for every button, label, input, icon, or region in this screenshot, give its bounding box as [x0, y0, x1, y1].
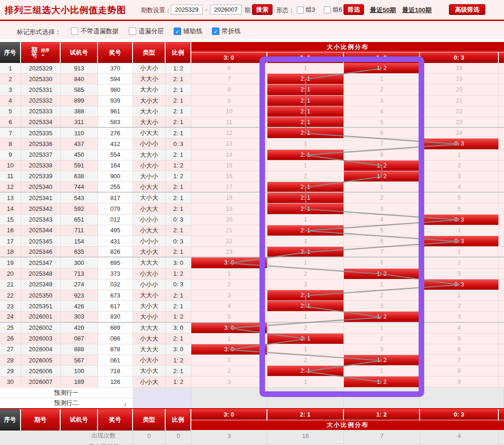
cell-ratio: 1: 2 [166, 355, 191, 365]
cell-prize-number: 086 [98, 334, 133, 344]
cell-ratio: 3: 0 [166, 323, 191, 333]
cell-type: 小大大 [133, 203, 166, 214]
dist-hit-cell: 2: 1 [267, 150, 344, 160]
cell-period: 2026004 [21, 344, 61, 355]
dist-miss-count: 1 [191, 334, 267, 344]
checked-checkbox[interactable]: ✓ [174, 28, 181, 35]
clipped-column [499, 409, 504, 420]
sort-asc-icon[interactable]: ▲ [41, 53, 45, 57]
clipped-column [499, 128, 504, 138]
cell-seq: 28 [0, 355, 21, 365]
cell-prize-number: 554 [98, 150, 133, 160]
advanced-filter-button[interactable]: 高级筛选 [449, 4, 485, 15]
cell-type: 大大小 [133, 84, 166, 95]
prediction-row-1-input-cell[interactable] [133, 388, 191, 398]
dist-miss-count: 1 [267, 376, 344, 387]
prediction-row-2-text: 预测行二 [54, 399, 78, 407]
cell-seq: 5 [0, 106, 21, 117]
cell-test-number: 420 [61, 323, 98, 333]
dist-miss-count: 2 [267, 323, 344, 333]
cell-period: 2025339 [21, 171, 61, 181]
cell-seq: 21 [0, 279, 21, 290]
mark-option-label: 遗漏分层 [139, 27, 164, 35]
unchecked-checkbox[interactable] [129, 28, 136, 35]
clipped-column [499, 106, 504, 117]
dist-hit-cell: 0: 3 [420, 139, 499, 149]
prediction-row-2-input-cell[interactable] [133, 398, 191, 408]
dist-miss-count: 11 [191, 117, 267, 127]
search-button[interactable]: 搜索 [252, 4, 273, 15]
cell-seq: 9 [0, 150, 21, 160]
cell-prize-number: 431 [98, 236, 133, 246]
page-title: 排列三组选大小比例值走势图 [5, 4, 126, 16]
unchecked-checkbox[interactable] [71, 28, 78, 35]
dist-miss-count: 1 [267, 139, 344, 149]
header-period-sortable[interactable]: 期号 排序 ▲▼ [21, 42, 61, 63]
footer-header-seq: 序号 [0, 409, 21, 431]
header-dist-block: 大小比例分布 3: 02: 11: 20: 3 [191, 42, 504, 63]
checked-checkbox[interactable]: ✓ [212, 28, 219, 35]
cell-test-number: 154 [61, 236, 98, 246]
cell-test-number: 591 [61, 160, 98, 171]
group3-checkbox[interactable] [297, 7, 304, 14]
dist-miss-count: 1 [420, 290, 499, 300]
cell-seq: 7 [0, 128, 21, 138]
dist-miss-count: 7 [420, 355, 499, 365]
dist-miss-count: 7 [344, 139, 420, 149]
cell-test-number: 744 [61, 182, 98, 192]
cell-type: 大大大 [133, 257, 166, 268]
cell-seq: 25 [0, 323, 21, 333]
sort-desc-icon[interactable]: ▼ [45, 53, 49, 57]
cell-period: 2025340 [21, 182, 61, 192]
table-row: 152025343651012小小小0: 320140: 3 [0, 215, 504, 225]
cell-ratio: 2: 1 [166, 128, 191, 138]
dist-hit-cell: 2: 1 [267, 182, 344, 192]
clipped-column [499, 215, 504, 225]
prediction-row-1-label[interactable]: 预测行一 [0, 388, 133, 398]
dist-miss-count: 20 [420, 84, 499, 95]
dist-miss-count: 1 [267, 312, 344, 321]
period-to-input[interactable] [210, 5, 242, 14]
stats-value: 24 [420, 442, 499, 445]
mark-option-2: 遗漏分层 [129, 27, 164, 35]
cell-prize-number: 673 [98, 290, 133, 300]
cell-ratio: 2: 1 [166, 117, 191, 127]
red-down-arrow-icon[interactable]: ↓ [124, 400, 127, 407]
dist-miss-count: 1 [420, 225, 499, 236]
clipped-column [499, 301, 504, 311]
dist-miss-count: 8 [344, 257, 420, 268]
table-row: 262026003087086小大大2: 112: 125 [0, 334, 504, 344]
cell-prize-number: 373 [98, 269, 133, 279]
period-from-input[interactable] [171, 5, 203, 14]
filter-button[interactable]: 筛选 [343, 4, 364, 15]
group6-checkbox[interactable] [324, 7, 331, 14]
footer-dist-block: 3: 02: 11: 20: 3 大小比例分布 [191, 409, 504, 431]
cell-prize-number: 830 [98, 312, 133, 321]
cell-seq: 22 [0, 290, 21, 300]
recent-50-link[interactable]: 最近50期 [370, 6, 396, 14]
cell-test-number: 840 [61, 74, 98, 84]
cell-test-number: 300 [61, 257, 98, 268]
cell-ratio: 0: 3 [166, 215, 191, 225]
footer-header-ratio: 比例 [166, 409, 191, 431]
trend-table: 序号 期号 排序 ▲▼ 试机号 奖号 类型 比例 大小比例分布 3: 02: 1… [0, 42, 504, 445]
cell-prize-number: 583 [98, 117, 133, 127]
clipped-column [499, 269, 504, 279]
prediction-row-2-label[interactable]: 预测行二 ↓ [0, 398, 133, 408]
dist-hit-cell: 2: 1 [267, 247, 344, 257]
pred-cell [420, 388, 504, 398]
dist-hit-cell: 3: 0 [191, 323, 267, 333]
cell-prize-number: 900 [98, 171, 133, 181]
table-row: 172025345154431小小小0: 322160: 3 [0, 236, 504, 247]
table-row: 242026001303830大小小1: 2511: 23 [0, 312, 504, 322]
dist-miss-count: 4 [191, 301, 267, 311]
cell-period: 2025329 [21, 63, 61, 73]
table-row: 192025347300695大大大3: 03: 0182 [0, 257, 504, 268]
dist-miss-count: 2 [267, 269, 344, 279]
cell-test-number: 100 [61, 366, 98, 376]
dist-miss-count: 1 [267, 160, 344, 171]
clipped-column [499, 344, 504, 355]
dist-miss-count: 3 [267, 279, 344, 290]
recent-100-link[interactable]: 最近100期 [402, 6, 432, 14]
ratio-header-0:3: 0: 3 [420, 52, 499, 63]
